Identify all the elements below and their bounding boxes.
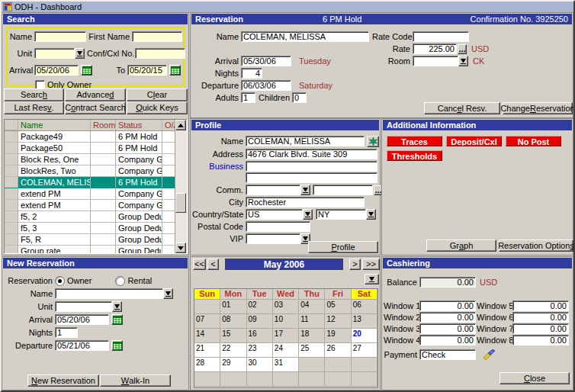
calendar-day-cell[interactable]	[194, 300, 220, 314]
calendar-day-cell[interactable]: 27	[352, 343, 377, 358]
prev-year-button[interactable]: <<	[193, 259, 206, 270]
calendar-day-cell[interactable]: 29	[220, 358, 246, 372]
city-input[interactable]: Rochester	[246, 197, 365, 207]
country-dropdown-button[interactable]	[303, 209, 313, 220]
newres-departure-calendar-button[interactable]	[111, 340, 123, 351]
rate-ellipsis-button[interactable]: ...	[458, 44, 467, 54]
lov-flashlight-icon[interactable]	[482, 349, 496, 360]
address-input[interactable]: 4676 Clark Blvd. Suite 309	[246, 149, 377, 159]
column-header-room[interactable]: Room	[91, 120, 116, 130]
owner-radio-label[interactable]: Owner	[67, 276, 92, 285]
table-row[interactable]: Block Res, One Company Guara	[5, 154, 187, 165]
res-nights-input[interactable]: 4	[241, 68, 262, 79]
scrollbar-thumb[interactable]	[175, 193, 186, 213]
arrival-calendar-button[interactable]	[81, 65, 92, 76]
calendar-day-cell[interactable]	[220, 372, 246, 387]
profile-lookup-button[interactable]	[367, 136, 379, 147]
vip-input[interactable]	[246, 233, 300, 244]
quick-keys-button[interactable]: Quick Keys	[127, 101, 188, 114]
res-name-input[interactable]: COLEMAN, MELISSA	[241, 31, 369, 42]
window-amount-field[interactable]: 0.00	[512, 335, 569, 345]
rental-radio-label[interactable]: Rental	[127, 276, 152, 285]
calendar-day-cell[interactable]: 21	[194, 343, 220, 358]
newres-nights-input[interactable]: 1	[55, 327, 78, 338]
address2-input[interactable]	[246, 172, 377, 183]
calendar-day-cell[interactable]	[325, 358, 351, 372]
graph-button[interactable]: Graph	[426, 239, 496, 252]
search-first-name-input[interactable]	[132, 31, 182, 42]
newres-unit-dropdown[interactable]	[112, 301, 122, 312]
unit-dropdown-button[interactable]	[75, 48, 85, 59]
row-selector-cell[interactable]	[5, 188, 18, 200]
alert-button[interactable]: Thresholds	[387, 150, 442, 161]
payment-input[interactable]: Check	[419, 349, 476, 360]
calendar-day-cell[interactable]: 24	[273, 343, 299, 358]
postal-code-input[interactable]	[246, 221, 310, 232]
calendar-day-cell[interactable]: 17	[273, 329, 299, 343]
business-label[interactable]: Business	[192, 162, 243, 171]
calendar-day-cell[interactable]: 06	[352, 300, 377, 314]
profile-name-input[interactable]: COLEMAN, MELISSA	[246, 136, 365, 146]
window-amount-field[interactable]: 0.00	[419, 323, 476, 334]
row-selector-cell[interactable]	[5, 223, 18, 234]
calendar-day-cell[interactable]: 18	[299, 329, 325, 343]
search-to-input[interactable]: 05/20/15	[127, 65, 167, 76]
calendar-day-cell[interactable]	[247, 372, 273, 387]
row-selector-cell[interactable]	[5, 246, 18, 254]
column-header-status[interactable]: Status	[116, 120, 162, 130]
alert-button[interactable]: No Post	[506, 136, 561, 146]
row-selector-cell[interactable]	[5, 165, 18, 177]
calendar-day-cell[interactable]	[352, 372, 377, 387]
search-name-input[interactable]	[34, 31, 86, 42]
calendar-day-cell[interactable]: 10	[273, 314, 299, 329]
walk-in-button[interactable]: Walk-In	[100, 374, 171, 387]
calendar-day-cell[interactable]: 16	[247, 329, 273, 343]
state-dropdown-button[interactable]	[366, 209, 376, 220]
cancel-resv-button[interactable]: Cancel Resv.	[424, 102, 500, 114]
alert-button[interactable]: Traces	[387, 136, 442, 146]
calendar-day-cell[interactable]: 20	[352, 329, 377, 343]
calendar-day-cell[interactable]: 04	[299, 300, 325, 314]
window-amount-field[interactable]: 0.00	[419, 300, 476, 311]
table-row[interactable]: Package50 6 PM Hold	[5, 143, 187, 154]
search-arrival-input[interactable]: 05/20/06	[34, 65, 79, 76]
calendar-day-cell[interactable]: 08	[220, 314, 246, 329]
newres-unit-input[interactable]	[55, 301, 112, 312]
adults-input[interactable]: 1	[241, 92, 255, 103]
table-row[interactable]: F5, R Group Deduct	[5, 234, 187, 246]
to-calendar-button[interactable]	[169, 65, 181, 76]
row-selector-cell[interactable]	[5, 177, 18, 188]
alert-button[interactable]: Deposit/Cxl	[446, 136, 502, 146]
clear-button[interactable]: Clear	[127, 88, 188, 101]
room-dropdown-button[interactable]	[458, 56, 468, 66]
scroll-down-button[interactable]	[175, 243, 186, 253]
comm-value-input[interactable]	[313, 185, 373, 195]
row-selector-cell[interactable]	[5, 234, 18, 246]
prev-month-button[interactable]: <	[207, 259, 219, 270]
change-reservation-button[interactable]: Change Reservation	[503, 102, 573, 114]
state-input[interactable]: NY	[316, 209, 366, 220]
contract-search-button[interactable]: Contract Search	[65, 101, 126, 114]
calendar-day-cell[interactable]: 22	[220, 343, 246, 358]
window-amount-field[interactable]: 0.00	[512, 312, 569, 323]
room-input[interactable]	[413, 56, 458, 66]
calendar-day-cell[interactable]	[352, 358, 377, 372]
column-header-oa[interactable]: O/A	[162, 120, 175, 130]
table-row[interactable]: Group rate Group Deduct	[5, 246, 187, 254]
search-button[interactable]: Search	[4, 88, 64, 101]
calendar-day-cell[interactable]: 05	[325, 300, 351, 314]
next-month-button[interactable]: >	[349, 259, 361, 270]
rate-input[interactable]: 225.00	[413, 43, 457, 54]
calendar-day-cell[interactable]: 11	[299, 314, 325, 329]
newres-name-dropdown[interactable]	[163, 288, 173, 299]
newres-arrival-calendar-button[interactable]	[111, 314, 123, 325]
advanced-button[interactable]: Advanced	[65, 88, 126, 101]
search-unit-input[interactable]	[34, 48, 75, 59]
calendar-view-dropdown[interactable]	[365, 274, 379, 284]
last-resv-button[interactable]: Last Resv.	[4, 101, 64, 114]
scroll-up-button[interactable]	[175, 120, 186, 130]
newres-arrival-input[interactable]: 05/20/06	[55, 314, 109, 325]
rental-radio[interactable]	[115, 276, 125, 286]
column-header-name[interactable]: Name	[18, 120, 91, 130]
calendar-day-cell[interactable]	[194, 372, 220, 387]
